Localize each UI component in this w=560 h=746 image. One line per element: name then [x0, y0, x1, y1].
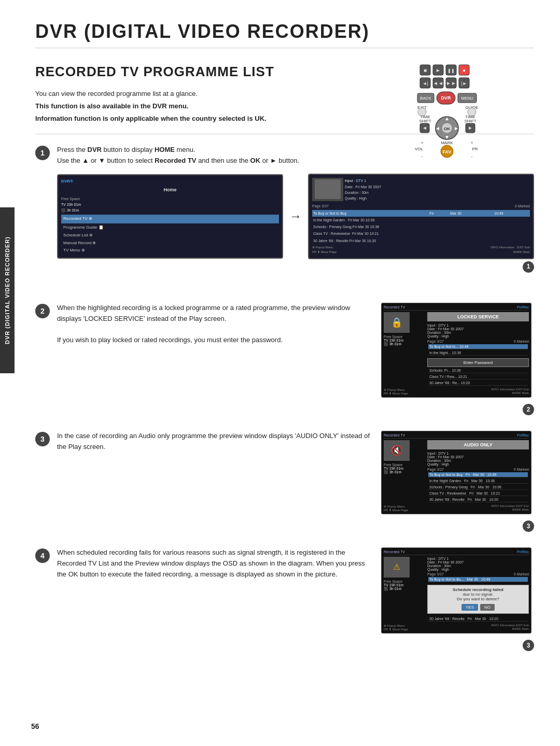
- step-3-section: 3 In the case of recording an Audio only…: [35, 431, 534, 532]
- svg-text:MENU: MENU: [461, 96, 473, 101]
- step-2-badge: 2: [35, 304, 50, 318]
- svg-text:BACK: BACK: [420, 96, 431, 101]
- svg-text:MARK: MARK: [441, 140, 453, 145]
- svg-text:●: ●: [463, 67, 466, 73]
- svg-text:◄: ◄: [422, 125, 427, 131]
- svg-text:+: +: [471, 140, 473, 145]
- svg-text:▲: ▲: [444, 116, 450, 121]
- page-number: 56: [31, 722, 39, 730]
- step-3-text: 3 In the case of recording an Audio only…: [35, 431, 371, 467]
- no-button[interactable]: NO: [480, 604, 495, 611]
- svg-text:►: ►: [436, 67, 441, 73]
- svg-text:◄◄: ◄◄: [433, 80, 443, 86]
- svg-text:❚❚: ❚❚: [447, 68, 455, 73]
- step-2-text: 2 When the highlighted recording is a lo…: [35, 303, 371, 360]
- step-4-section: 4 When scheduled recording fails for var…: [35, 547, 534, 651]
- step-3-circle-badge: 3: [523, 520, 534, 532]
- step-3-badge: 3: [35, 432, 50, 446]
- svg-text:SHIFT: SHIFT: [419, 119, 431, 123]
- step-4-badge: 4: [35, 548, 50, 563]
- svg-text:PR: PR: [472, 147, 478, 151]
- svg-text:◄: ◄: [435, 125, 440, 131]
- svg-text:▼: ▼: [444, 134, 450, 140]
- step-4-text: 4 When scheduled recording fails for var…: [35, 547, 371, 594]
- step-3-screen: Recorded TV Pn/Rec 🔇 Free Space TV 23h 0…: [381, 431, 534, 532]
- recorded-tv-screen: Input : DTV 1 Date : Fri Mar 30 2007 Dur…: [308, 174, 534, 259]
- home-screen: DVR® Home Free Space TV 23h 01m ⬛ 3h 01m…: [57, 174, 283, 259]
- remote-illustration: ■ ► ❚❚ ● ◄| ◄◄ ►► |► BACK DVR MENU EXIT: [415, 62, 534, 168]
- yes-button[interactable]: YES: [461, 604, 478, 611]
- svg-text:►►: ►►: [446, 80, 456, 86]
- svg-text:+: +: [421, 140, 424, 145]
- svg-text:OK: OK: [444, 126, 450, 131]
- main-title: DVR (DIGITAL VIDEO RECORDER): [35, 21, 534, 48]
- svg-text:►: ►: [468, 125, 473, 131]
- arrow-right: →: [286, 206, 305, 226]
- step-1-circle-badge: 1: [523, 261, 534, 273]
- svg-text:►: ►: [454, 125, 459, 131]
- step-2-circle-badge: 2: [523, 404, 534, 415]
- step-1-badge: 1: [35, 146, 50, 160]
- step-2-screen: Recorded TV Pn/Rec 🔒 Free Space TV 23h 0…: [381, 303, 534, 415]
- svg-text:◄|: ◄|: [422, 81, 428, 86]
- step-2-section: 2 When the highlighted recording is a lo…: [35, 303, 534, 415]
- svg-text:■: ■: [424, 67, 427, 73]
- svg-text:VOL: VOL: [415, 147, 424, 151]
- svg-text:-: -: [422, 154, 423, 159]
- side-tab: DVR (DIGITAL VIDEO RECORDER): [0, 207, 15, 373]
- step-4-circle-badge: 3: [523, 640, 534, 651]
- svg-text:-: -: [471, 154, 473, 159]
- step-1-screens: DVR® Home Free Space TV 23h 01m ⬛ 3h 01m…: [57, 174, 534, 259]
- svg-text:|►: |►: [461, 81, 467, 86]
- svg-text:DVR: DVR: [441, 95, 451, 101]
- svg-text:FAV: FAV: [443, 149, 452, 154]
- step-4-screen: Recorded TV Pn/Rec ⚠ Free Space TV 23h 0…: [381, 547, 534, 651]
- svg-text:SHIFT: SHIFT: [464, 119, 476, 123]
